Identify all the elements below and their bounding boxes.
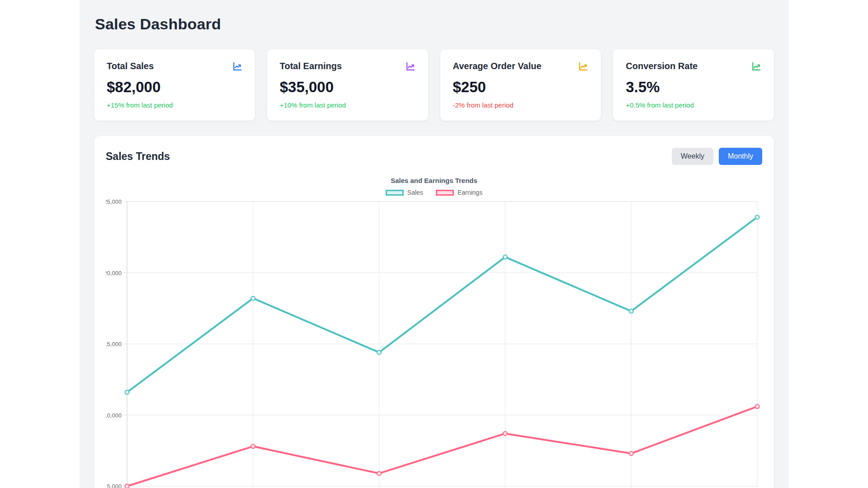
chart-line-icon (232, 61, 242, 71)
sales-trends-heading: Sales Trends (106, 150, 170, 163)
stat-cards-row: Total Sales $82,000 +15% from last perio… (94, 49, 774, 121)
stat-card-conversion-rate: Conversion Rate 3.5% +0.5% from last per… (613, 49, 774, 121)
chart-line-icon (406, 61, 415, 71)
stat-card-delta: -2% from last period (453, 101, 589, 109)
stat-card-delta: +0.5% from last period (626, 101, 761, 109)
legend-item-sales[interactable]: Sales (386, 189, 423, 196)
chart-line-icon (751, 61, 761, 71)
stat-card-delta: +10% from last period (280, 101, 415, 109)
stat-card-title: Total Sales (107, 61, 154, 71)
page-title: Sales Dashboard (95, 15, 774, 33)
svg-text:15,000: 15,000 (106, 341, 122, 347)
earnings-legend-swatch (436, 190, 454, 196)
svg-text:25,000: 25,000 (106, 198, 122, 205)
line-chart-canvas[interactable]: 25,00020,00015,00010,0005,000 (106, 198, 762, 488)
stat-card-total-sales: Total Sales $82,000 +15% from last perio… (94, 49, 255, 121)
monthly-button[interactable]: Monthly (719, 148, 762, 165)
chart-line-icon (578, 61, 588, 71)
legend-item-earnings[interactable]: Earnings (436, 189, 482, 196)
weekly-button[interactable]: Weekly (672, 148, 713, 165)
legend-label: Sales (407, 189, 423, 196)
legend-label: Earnings (458, 189, 482, 196)
chart-legend: Sales Earnings (106, 189, 762, 196)
svg-text:20,000: 20,000 (106, 270, 122, 277)
chart-title: Sales and Earnings Trends (106, 177, 762, 184)
svg-text:10,000: 10,000 (106, 412, 122, 419)
stat-card-value: $82,000 (107, 79, 242, 96)
range-toggle: Weekly Monthly (672, 148, 762, 165)
stat-card-value: $35,000 (280, 79, 415, 96)
stat-card-delta: +15% from last period (107, 101, 242, 109)
stat-card-title: Total Earnings (280, 61, 342, 71)
stat-card-total-earnings: Total Earnings $35,000 +10% from last pe… (267, 49, 428, 121)
stat-card-value: 3.5% (626, 79, 761, 96)
svg-text:5,000: 5,000 (107, 483, 122, 488)
stat-card-average-order-value: Average Order Value $250 -2% from last p… (440, 49, 601, 121)
stat-card-value: $250 (453, 79, 589, 96)
sales-earnings-line-chart: 25,00020,00015,00010,0005,000 (106, 198, 762, 488)
sales-trends-section: Sales Trends Weekly Monthly Sales and Ea… (94, 136, 774, 488)
dashboard-page: Sales Dashboard Total Sales $82,000 +15%… (80, 0, 788, 488)
stat-card-title: Conversion Rate (626, 61, 698, 71)
sales-legend-swatch (386, 190, 404, 196)
stat-card-title: Average Order Value (453, 61, 542, 71)
